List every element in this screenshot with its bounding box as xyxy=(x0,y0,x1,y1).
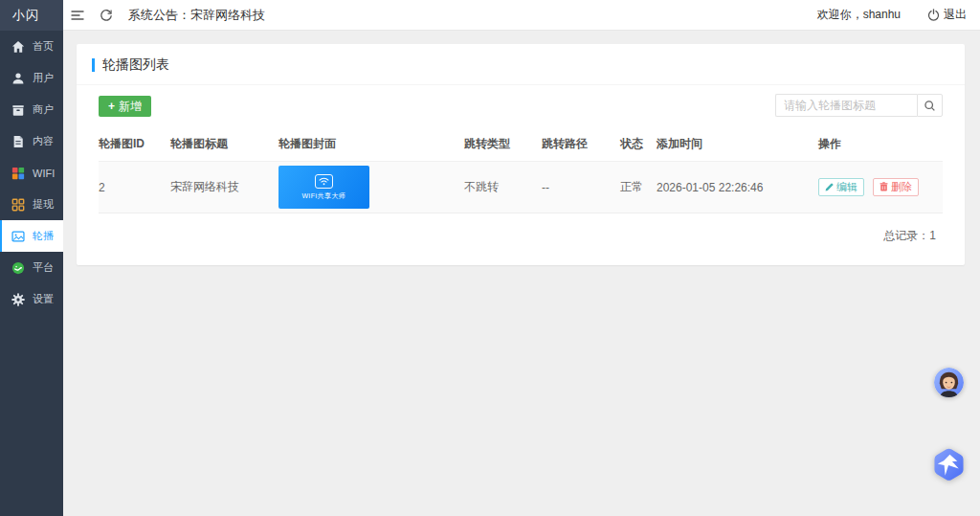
delete-button[interactable]: 删除 xyxy=(873,178,919,196)
sidebar-item-wifi[interactable]: WIFI xyxy=(0,157,63,189)
system-announcement: 系统公告：宋辞网络科技 xyxy=(128,7,265,24)
cell-actions: 编辑 删除 xyxy=(818,162,943,213)
sidebar-item-label: 内容 xyxy=(33,134,54,148)
edit-button-label: 编辑 xyxy=(836,180,858,194)
table-row: 2 宋辞网络科技 WiFi共享大师 不跳转 -- 正常 2026-01-05 2… xyxy=(99,162,943,213)
cell-cover: WiFi共享大师 xyxy=(278,162,464,213)
pencil-icon xyxy=(825,183,834,191)
plus-icon: + xyxy=(108,101,115,112)
bird-hexagon-widget[interactable] xyxy=(930,447,968,484)
app-logo: 小闪 xyxy=(0,0,63,31)
sidebar-menu: 首页 用户 商户 内容 WIFI xyxy=(0,31,63,315)
sidebar-item-settings[interactable]: 设置 xyxy=(0,283,63,315)
search-button[interactable] xyxy=(917,94,943,117)
title-accent-bar xyxy=(92,58,95,72)
sidebar-item-label: 轮播 xyxy=(33,229,54,243)
cell-jump-type: 不跳转 xyxy=(464,162,542,213)
cell-title: 宋辞网络科技 xyxy=(170,162,278,213)
sidebar-item-label: 提现 xyxy=(33,197,54,212)
logout-label: 退出 xyxy=(944,7,967,23)
sidebar-item-users[interactable]: 用户 xyxy=(0,62,63,94)
sidebar-item-merchants[interactable]: 商户 xyxy=(0,94,63,125)
cell-id: 2 xyxy=(99,162,170,213)
col-header-added-time: 添加时间 xyxy=(657,126,818,162)
search-icon xyxy=(924,100,936,112)
sidebar-item-platform[interactable]: 平台 xyxy=(0,252,63,283)
wifi-icon xyxy=(315,174,333,189)
home-icon xyxy=(11,39,25,54)
banner-cover-image[interactable]: WiFi共享大师 xyxy=(278,166,369,209)
col-header-jump-type: 跳转类型 xyxy=(464,126,542,162)
banner-text: WiFi共享大师 xyxy=(302,191,346,201)
sidebar-item-label: 商户 xyxy=(33,102,54,117)
sidebar-item-label: 平台 xyxy=(33,260,54,275)
delete-button-label: 删除 xyxy=(891,180,912,194)
carousel-table: 轮播图ID 轮播图标题 轮播图封面 跳转类型 跳转路径 状态 添加时间 操作 2… xyxy=(99,126,943,213)
col-header-status: 状态 xyxy=(620,126,657,162)
logout-button[interactable]: 退出 xyxy=(927,7,967,23)
edit-button[interactable]: 编辑 xyxy=(818,178,864,196)
add-button-label: 新增 xyxy=(119,99,142,115)
menu-fold-icon[interactable] xyxy=(63,0,92,31)
trash-icon xyxy=(880,182,888,191)
col-header-id: 轮播图ID xyxy=(99,126,170,162)
merchant-icon xyxy=(11,102,25,117)
card-title: 轮播图列表 xyxy=(77,44,965,85)
col-header-title: 轮播图标题 xyxy=(170,126,278,162)
topbar: 系统公告：宋辞网络科技 欢迎你，shanhu 退出 xyxy=(63,0,980,31)
add-button[interactable]: + 新增 xyxy=(99,96,151,117)
cell-status: 正常 xyxy=(620,162,657,213)
toolbar: + 新增 xyxy=(77,85,965,126)
topbar-right: 欢迎你，shanhu 退出 xyxy=(817,7,980,23)
content-icon xyxy=(11,134,25,148)
total-records: 总记录：1 xyxy=(77,213,965,259)
page-title: 轮播图列表 xyxy=(102,56,169,74)
sidebar-item-carousel[interactable]: 轮播 xyxy=(0,220,63,252)
wifi-grid-icon xyxy=(11,166,25,180)
table-header-row: 轮播图ID 轮播图标题 轮播图封面 跳转类型 跳转路径 状态 添加时间 操作 xyxy=(99,126,943,162)
search-input[interactable] xyxy=(775,94,917,117)
search-group xyxy=(775,94,943,117)
carousel-icon xyxy=(11,229,25,243)
gear-icon xyxy=(11,292,25,306)
col-header-cover: 轮播图封面 xyxy=(278,126,464,162)
welcome-text: 欢迎你，shanhu xyxy=(817,7,901,23)
cell-jump-path: -- xyxy=(542,162,620,213)
col-header-actions: 操作 xyxy=(818,126,943,162)
sidebar-item-withdraw[interactable]: 提现 xyxy=(0,189,63,220)
cell-added-time: 2026-01-05 22:26:46 xyxy=(657,162,818,213)
carousel-list-card: 轮播图列表 + 新增 轮播图ID 轮播图标题 轮播图封面 跳转类型 跳转路径 状 xyxy=(77,44,965,265)
user-icon xyxy=(11,71,25,85)
sidebar-item-label: 首页 xyxy=(33,39,54,54)
sidebar-item-content[interactable]: 内容 xyxy=(0,125,63,157)
sidebar-item-label: WIFI xyxy=(33,168,55,179)
sidebar-item-home[interactable]: 首页 xyxy=(0,31,63,62)
sidebar: 小闪 首页 用户 商户 内容 xyxy=(0,0,63,516)
sidebar-item-label: 设置 xyxy=(33,292,54,306)
assistant-avatar[interactable] xyxy=(934,368,964,397)
power-icon xyxy=(927,9,940,21)
sidebar-item-label: 用户 xyxy=(33,71,54,85)
col-header-jump-path: 跳转路径 xyxy=(542,126,620,162)
withdraw-grid-icon xyxy=(11,197,25,212)
refresh-icon[interactable] xyxy=(92,0,121,31)
platform-icon xyxy=(11,260,25,275)
